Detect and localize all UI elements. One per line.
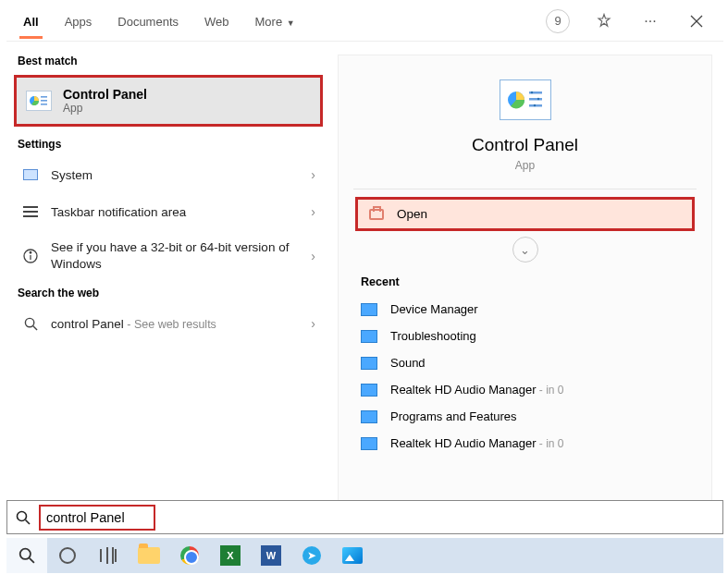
taskbar-search-button[interactable] [6, 538, 47, 573]
tab-apps[interactable]: Apps [61, 4, 96, 38]
result-control-panel[interactable]: Control Panel App [17, 78, 320, 124]
svg-point-8 [30, 251, 31, 253]
options-icon[interactable]: ··· [636, 7, 664, 35]
app-tile-icon [361, 330, 377, 343]
rewards-badge[interactable]: 9 [544, 7, 572, 35]
tab-documents[interactable]: Documents [114, 4, 182, 38]
control-panel-icon [500, 79, 551, 120]
result-taskbar-area[interactable]: Taskbar notification area › [6, 193, 330, 230]
cortana-icon [59, 547, 76, 564]
taskbar-telegram-button[interactable]: ➤ [291, 538, 332, 573]
section-recent: Recent [339, 270, 711, 296]
recent-item[interactable]: Programs and Features [339, 403, 711, 430]
section-settings: Settings [6, 132, 330, 156]
result-subtitle: App [63, 102, 147, 115]
search-bar [6, 500, 723, 534]
svg-rect-3 [41, 96, 47, 98]
recent-item-label: Realtek HD Audio Manager - in 0 [390, 436, 564, 450]
taskbar-chrome-button[interactable] [169, 538, 210, 573]
chrome-icon [180, 546, 199, 565]
control-panel-icon [26, 91, 52, 111]
result-label: System [51, 168, 300, 182]
svg-point-20 [20, 549, 31, 559]
app-tile-icon [361, 384, 377, 397]
taskbar-word-button[interactable]: W [251, 538, 291, 573]
open-icon [369, 209, 384, 220]
taskbar-taskview-button[interactable] [88, 538, 129, 573]
taskbar-icon [21, 202, 40, 221]
result-title: Control Panel [63, 87, 147, 102]
recent-item-label: Sound [390, 356, 426, 370]
svg-line-19 [26, 519, 31, 524]
svg-point-17 [533, 104, 535, 106]
tab-web[interactable]: Web [201, 4, 233, 38]
section-search-web: Search the web [6, 281, 330, 305]
close-icon[interactable] [683, 7, 710, 35]
svg-rect-13 [529, 98, 542, 101]
search-panel: All Apps Documents Web More ▼ 9 ··· Best… [6, 1, 723, 537]
app-tile-icon [361, 357, 377, 370]
result-label: control Panel - See web results [51, 317, 300, 331]
app-tile-icon [361, 303, 377, 316]
results-list: Best match Control Panel App Settings Sy… [6, 42, 330, 537]
search-input[interactable] [46, 510, 148, 525]
result-label: See if you have a 32-bit or 64-bit versi… [51, 239, 300, 272]
info-icon [21, 247, 40, 265]
chevron-down-icon: ▼ [284, 18, 294, 28]
taskbar: X W ➤ [6, 538, 723, 573]
svg-point-16 [537, 98, 538, 100]
search-icon [7, 510, 39, 525]
taskbar-cortana-button[interactable] [47, 538, 88, 573]
recent-item-label: Programs and Features [390, 409, 517, 423]
recent-item-label: Device Manager [390, 302, 478, 316]
svg-line-21 [30, 558, 34, 563]
svg-point-15 [530, 92, 532, 93]
recent-item-label: Troubleshooting [390, 329, 476, 343]
result-web-search[interactable]: control Panel - See web results › [6, 305, 330, 342]
chevron-right-icon: › [311, 204, 315, 219]
section-best-match: Best match [6, 49, 330, 73]
taskview-icon [100, 549, 117, 562]
monitor-icon [21, 165, 40, 184]
search-icon [21, 314, 40, 333]
svg-rect-4 [41, 100, 47, 102]
expand-actions-button[interactable]: ⌄ [512, 237, 538, 263]
preview-subtitle: App [339, 159, 711, 172]
recent-item[interactable]: Sound [339, 349, 711, 376]
recent-item[interactable]: Realtek HD Audio Manager - in 0 [339, 430, 711, 457]
feedback-icon[interactable] [590, 7, 618, 35]
recent-item[interactable]: Device Manager [339, 296, 711, 323]
result-label: Taskbar notification area [51, 205, 300, 219]
taskbar-excel-button[interactable]: X [210, 538, 251, 573]
taskbar-photos-button[interactable] [332, 538, 373, 573]
excel-icon: X [220, 545, 241, 566]
result-system[interactable]: System › [6, 156, 330, 193]
recent-item-label: Realtek HD Audio Manager - in 0 [390, 383, 564, 397]
svg-point-18 [18, 511, 27, 520]
action-open[interactable]: Open [358, 200, 692, 228]
result-bitness[interactable]: See if you have a 32-bit or 64-bit versi… [6, 230, 330, 281]
preview-title: Control Panel [339, 135, 711, 155]
svg-line-10 [32, 325, 36, 329]
svg-point-9 [25, 318, 33, 326]
telegram-icon: ➤ [302, 546, 321, 565]
tab-more[interactable]: More ▼ [252, 4, 299, 38]
app-tile-icon [361, 437, 377, 450]
action-label: Open [397, 207, 427, 221]
recent-item[interactable]: Realtek HD Audio Manager - in 0 [339, 376, 711, 403]
taskbar-explorer-button[interactable] [129, 538, 169, 573]
highlight-open: Open [355, 197, 695, 231]
app-tile-icon [361, 410, 377, 423]
chevron-right-icon: › [311, 249, 315, 263]
recent-item[interactable]: Troubleshooting [339, 323, 711, 349]
chevron-right-icon: › [311, 167, 315, 182]
preview-pane: Control Panel App Open ⌄ Recent Device M… [338, 55, 712, 526]
highlight-search-input [39, 505, 155, 531]
tab-all[interactable]: All [19, 4, 43, 38]
search-tabs: All Apps Documents Web More ▼ 9 ··· [6, 1, 723, 42]
chevron-right-icon: › [311, 316, 315, 331]
highlight-best-match: Control Panel App [14, 75, 323, 127]
folder-icon [138, 547, 160, 564]
photos-icon [342, 547, 363, 564]
word-icon: W [261, 545, 281, 566]
